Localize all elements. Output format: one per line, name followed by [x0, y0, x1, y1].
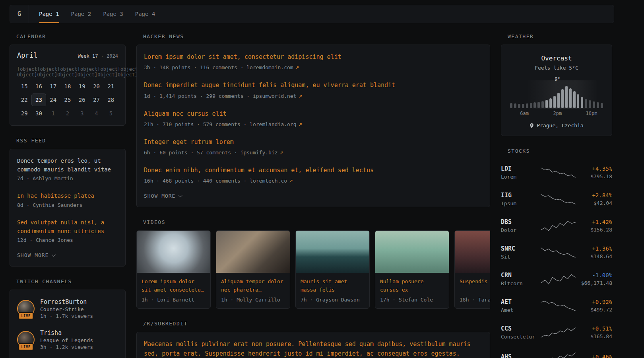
calendar-day[interactable]: 22: [17, 93, 31, 106]
weather-hour-bar[interactable]: [589, 100, 591, 108]
hn-item: Donec enim nibh, condimentum et accumsan…: [144, 161, 483, 189]
stock-name: Dolor: [501, 227, 539, 233]
weather-hour-bar[interactable]: [537, 102, 540, 108]
left-column: CALENDAR April Week 17 · 2024 [object Ob…: [10, 33, 126, 358]
rss-item-title[interactable]: Donec tempor eros leo, ut commodo mauris…: [17, 157, 118, 174]
calendar-day[interactable]: 18: [60, 80, 75, 93]
calendar-day[interactable]: 23: [31, 93, 46, 106]
hn-item-domain-link[interactable]: loremdomain.com↗: [246, 64, 299, 70]
hn-item-domain-link[interactable]: loremlandia.org↗: [250, 121, 302, 127]
calendar-day[interactable]: 2: [60, 107, 75, 120]
hn-item-title[interactable]: Lorem ipsum dolor sit amet, consectetur …: [144, 53, 483, 62]
calendar-day[interactable]: 16: [31, 80, 46, 93]
location-pin-icon: [530, 123, 534, 128]
hn-item-domain-link[interactable]: loremtech.co↗: [250, 178, 293, 184]
video-card[interactable]: Mauris sit amet massa felis 7h · Grayson…: [295, 230, 370, 309]
hn-item-title[interactable]: Aliquam nec cursus elit: [144, 109, 483, 119]
weather-hour-bar[interactable]: [585, 99, 587, 108]
weather-hour-bar[interactable]: [549, 98, 552, 108]
hn-item-title[interactable]: Integer eget rutrum lorem: [144, 138, 483, 147]
video-thumbnail[interactable]: [216, 231, 290, 273]
calendar-day[interactable]: 3: [75, 107, 89, 120]
twitch-channel[interactable]: LIVE ForrestBurton Counter-Strike 1h · 1…: [17, 293, 118, 324]
hackernews-show-more-button[interactable]: SHOW MORE: [144, 189, 181, 204]
weather-hour-bar[interactable]: [569, 88, 572, 108]
app-logo[interactable]: G: [10, 5, 29, 23]
calendar-day[interactable]: 17: [46, 80, 60, 93]
calendar-day[interactable]: 15: [17, 80, 31, 93]
stock-row[interactable]: LDI Lorem +4.35% $795.18: [501, 159, 612, 186]
page-tab[interactable]: Page 1: [33, 5, 65, 23]
video-card[interactable]: Lorem ipsum dolor sit amet consectetu… 1…: [136, 230, 211, 309]
weather-hour-bar[interactable]: [593, 101, 595, 108]
twitch-channel[interactable]: LIVE KendallCarr: [17, 355, 118, 358]
video-card[interactable]: Suspendis diam 18h · Tara: [454, 230, 490, 309]
calendar-day[interactable]: 24: [46, 93, 60, 106]
subreddit-item-title[interactable]: Maecenas mollis pulvinar erat non posuer…: [144, 340, 483, 358]
page-tab[interactable]: Page 3: [97, 5, 129, 23]
video-title[interactable]: Nullam posuere cursus ex: [380, 278, 444, 294]
page-tab[interactable]: Page 2: [65, 5, 97, 23]
rss-item-title[interactable]: Sed volutpat nulla nisl, a condimentum n…: [17, 218, 118, 235]
hn-item-title[interactable]: Donec imperdiet augue tincidunt felis al…: [144, 81, 483, 90]
stock-row[interactable]: AET Amet +0.92% $499.72: [501, 292, 612, 319]
calendar-day[interactable]: 21: [104, 80, 118, 93]
calendar-day[interactable]: 30: [31, 107, 46, 120]
calendar-day[interactable]: 28: [104, 93, 118, 106]
weather-hour-bar[interactable]: [601, 103, 603, 108]
calendar-day[interactable]: 20: [89, 80, 103, 93]
video-title[interactable]: Mauris sit amet massa felis: [301, 278, 365, 294]
video-card[interactable]: Nullam posuere cursus ex 17h · Stefan Co…: [375, 230, 449, 309]
weather-hour-bar[interactable]: [573, 91, 576, 108]
video-thumbnail[interactable]: [137, 231, 210, 273]
hn-item-title[interactable]: Donec enim nibh, condimentum et accumsan…: [144, 166, 483, 175]
calendar-day[interactable]: 1: [46, 107, 60, 120]
video-card[interactable]: Aliquam tempor dolor nec pharetra… 1h · …: [216, 230, 290, 309]
weather-hour-bar[interactable]: [581, 97, 583, 108]
video-title[interactable]: Aliquam tempor dolor nec pharetra…: [221, 278, 285, 294]
weather-hour-bar[interactable]: [545, 100, 548, 108]
weather-hour-bar[interactable]: [565, 86, 568, 108]
weather-hour-bar[interactable]: [561, 89, 564, 108]
hn-item-domain-link[interactable]: ipsumify.biz↗: [241, 150, 284, 156]
video-thumbnail[interactable]: [375, 231, 449, 273]
hn-item-domain-link[interactable]: ipsumworld.net↗: [253, 93, 303, 99]
weather-hour-bar[interactable]: [553, 96, 556, 108]
page-tab[interactable]: Page 4: [129, 5, 161, 23]
rss-show-more-button[interactable]: SHOW MORE: [17, 248, 54, 264]
stock-row[interactable]: DBS Dolor +1.42% $156.28: [501, 212, 612, 239]
weather-hour-bar[interactable]: [530, 103, 532, 108]
stock-row[interactable]: IIG Ipsum +2.84% $42.04: [501, 186, 612, 212]
weather-hour-bar[interactable]: [557, 93, 560, 108]
calendar-day-headers: [object Object][object Object][object Ob…: [17, 64, 118, 80]
weather-hour-bar[interactable]: [518, 104, 520, 108]
calendar-day[interactable]: 27: [89, 93, 103, 106]
hn-item-domain: ipsumworld.net: [253, 93, 297, 99]
weather-hour-bar[interactable]: [597, 102, 599, 108]
stock-change: -1.00%: [577, 272, 612, 278]
video-thumbnail[interactable]: [455, 231, 490, 273]
stock-row[interactable]: CCS Consectetur +0.51% $165.84: [501, 319, 612, 346]
weather-hour-bar[interactable]: [526, 103, 528, 108]
weather-hour-bar[interactable]: [541, 101, 544, 108]
stock-row[interactable]: CRN Bitcorn -1.00% $66,171.48: [501, 266, 612, 292]
weather-hour-bar[interactable]: [522, 104, 524, 108]
calendar-day[interactable]: 19: [75, 80, 89, 93]
video-title[interactable]: Lorem ipsum dolor sit amet consectetu…: [142, 278, 206, 294]
calendar-day[interactable]: 25: [60, 93, 75, 106]
stock-row[interactable]: SNRC Sit +1.36% $148.64: [501, 239, 612, 266]
calendar-day[interactable]: 29: [17, 107, 31, 120]
calendar-day[interactable]: 26: [75, 93, 89, 106]
stock-row[interactable]: AHS +0.46%: [501, 346, 612, 358]
weather-hour-bar[interactable]: [577, 94, 579, 108]
calendar-day[interactable]: 4: [89, 107, 103, 120]
weather-hour-bar[interactable]: [514, 103, 516, 108]
calendar-day[interactable]: 5: [104, 107, 118, 120]
weather-hour-bar[interactable]: [510, 103, 512, 108]
weather-hour-bar[interactable]: [533, 102, 536, 108]
stock-name: Bitcorn: [501, 280, 539, 286]
rss-item-title[interactable]: In hac habitasse platea: [17, 192, 118, 200]
video-title[interactable]: Suspendis diam: [460, 278, 490, 294]
video-thumbnail[interactable]: [296, 231, 369, 273]
twitch-channel[interactable]: LIVE Trisha League of Legends 3h · 1.2k …: [17, 324, 118, 355]
